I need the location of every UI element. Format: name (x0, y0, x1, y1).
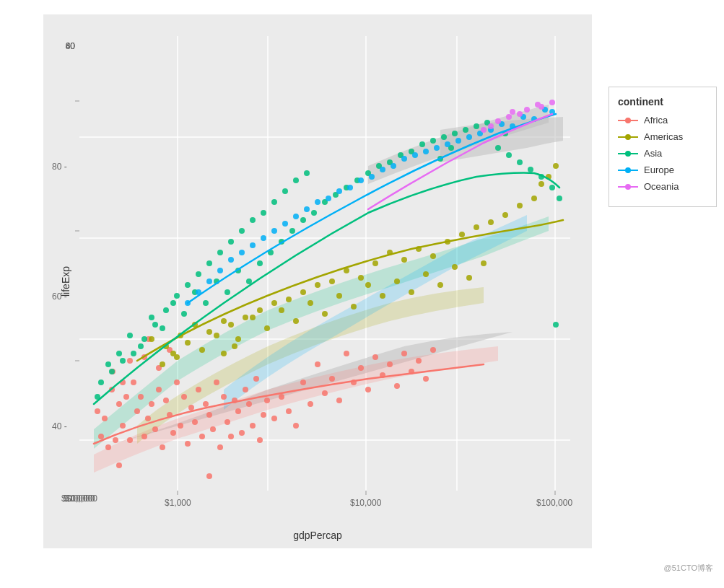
svg-point-218 (271, 228, 277, 234)
y-tick-40-label: 40 - (52, 421, 67, 431)
svg-point-102 (336, 293, 342, 299)
legend-item-africa: Africa (618, 115, 707, 126)
svg-point-135 (488, 219, 494, 225)
svg-point-14 (123, 394, 129, 400)
svg-point-234 (239, 250, 245, 255)
svg-point-197 (174, 293, 180, 299)
svg-point-184 (506, 152, 512, 158)
svg-point-114 (185, 340, 191, 346)
svg-point-215 (206, 278, 212, 284)
svg-point-206 (271, 199, 277, 205)
legend-line-americas (618, 136, 638, 138)
svg-point-34 (196, 387, 201, 392)
svg-point-72 (401, 351, 407, 356)
svg-point-149 (127, 333, 133, 338)
svg-point-242 (412, 152, 418, 158)
svg-point-257 (510, 109, 515, 115)
svg-point-217 (250, 242, 256, 248)
svg-point-164 (289, 228, 295, 234)
svg-point-101 (322, 311, 328, 317)
y-tick-80-label: 80 - (52, 162, 67, 172)
svg-point-43 (228, 434, 234, 439)
legend-label-americas: Americas (644, 131, 683, 142)
svg-point-252 (549, 100, 555, 105)
svg-point-75 (423, 376, 429, 382)
svg-point-29 (178, 423, 183, 429)
legend-line-africa (618, 120, 638, 121)
svg-point-176 (419, 141, 425, 147)
svg-point-183 (495, 145, 501, 151)
svg-point-124 (329, 278, 335, 284)
svg-point-181 (474, 123, 479, 129)
svg-point-15 (127, 437, 133, 443)
svg-point-76 (430, 347, 436, 353)
svg-point-68 (372, 354, 378, 360)
svg-point-195 (152, 322, 158, 328)
legend-dot-americas (625, 134, 631, 140)
svg-point-189 (557, 196, 562, 201)
svg-point-41 (221, 394, 227, 400)
svg-point-27 (170, 430, 176, 436)
chart-area: lifeExp gdpPercap 80 60 40 $1,000 $10,00… (43, 14, 592, 548)
svg-point-221 (336, 188, 342, 194)
svg-point-240 (369, 174, 375, 180)
legend-label-asia: Asia (644, 148, 662, 159)
svg-point-104 (365, 282, 371, 288)
svg-point-225 (423, 149, 429, 154)
svg-point-154 (181, 311, 187, 317)
legend-title: continent (618, 96, 707, 107)
x-tick-1000-label: $1,000 (165, 498, 191, 508)
svg-point-17 (134, 408, 140, 414)
svg-point-50 (253, 376, 259, 382)
legend-dot-oceania (625, 184, 631, 190)
svg-point-165 (300, 217, 306, 223)
svg-point-81 (98, 434, 104, 439)
svg-point-209 (304, 170, 310, 176)
svg-point-55 (279, 394, 284, 400)
svg-point-199 (196, 271, 201, 277)
svg-point-198 (185, 282, 191, 288)
svg-point-142 (160, 361, 165, 367)
svg-point-122 (300, 289, 306, 295)
svg-point-97 (264, 325, 270, 331)
svg-point-31 (185, 441, 191, 447)
svg-point-22 (152, 426, 158, 432)
svg-point-121 (286, 297, 292, 302)
svg-point-254 (506, 114, 512, 120)
legend-dot-europe (625, 167, 631, 173)
svg-point-21 (149, 401, 154, 407)
svg-point-236 (282, 221, 288, 227)
x-tick-100000: $100,000 (61, 491, 97, 504)
svg-point-253 (488, 123, 494, 129)
plot-svg (79, 36, 570, 491)
svg-point-120 (271, 300, 277, 306)
svg-point-108 (423, 271, 429, 277)
svg-point-241 (391, 163, 396, 169)
legend-line-europe (618, 170, 638, 171)
svg-point-116 (214, 333, 219, 338)
svg-point-208 (293, 177, 299, 183)
svg-point-203 (239, 228, 245, 234)
legend-label-africa: Africa (644, 115, 668, 126)
y-tick-40: 40 (66, 41, 79, 51)
legend: continent Africa Americas Asia (609, 87, 717, 207)
svg-point-48 (246, 401, 252, 407)
svg-point-11 (113, 437, 118, 443)
svg-point-37 (206, 412, 212, 418)
svg-point-30 (181, 394, 187, 400)
svg-point-226 (445, 141, 450, 147)
svg-point-98 (279, 307, 284, 313)
svg-point-213 (553, 322, 559, 328)
plot-area: 80 60 40 $1,000 $10,000 $100,000 (79, 36, 570, 491)
svg-point-119 (257, 307, 263, 313)
svg-point-200 (206, 260, 212, 266)
svg-point-12 (116, 401, 122, 407)
svg-point-36 (203, 401, 209, 407)
svg-point-16 (131, 379, 136, 385)
svg-point-178 (441, 134, 447, 140)
svg-point-153 (170, 300, 176, 306)
svg-point-51 (257, 437, 263, 443)
svg-point-179 (452, 131, 458, 136)
svg-point-204 (250, 217, 256, 223)
svg-point-103 (351, 304, 357, 310)
